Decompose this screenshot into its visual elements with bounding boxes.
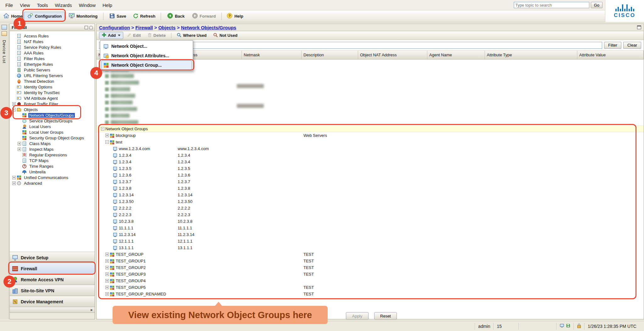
collapse-chevrons-icon[interactable]: » (90, 308, 92, 312)
table-row[interactable]: 1.2.3.4 1.2.3.4 (97, 152, 644, 159)
sidebar-tree-item[interactable]: Network Objects/Groups (17, 112, 95, 118)
row-expander-icon[interactable]: + (105, 279, 109, 283)
add-menu-item[interactable]: Network Object Group... (101, 60, 192, 70)
filter-button[interactable]: Filter (604, 42, 621, 49)
row-expander-icon[interactable]: + (105, 266, 109, 269)
search-go-button[interactable]: Go (591, 2, 602, 8)
table-row[interactable] (97, 93, 644, 99)
sidebar-tree-item[interactable]: + Botnet Traffic Filter (12, 101, 95, 107)
tree-expander-icon[interactable]: − (12, 108, 16, 111)
save-button[interactable]: Save (106, 12, 129, 21)
table-row[interactable]: + TEST_GROUP3 TEST (97, 271, 644, 278)
configuration-button[interactable]: Configuration (24, 12, 65, 21)
device-list-folder-icon[interactable] (2, 31, 7, 36)
maximize-icon[interactable] (637, 25, 641, 29)
reset-button[interactable]: Reset (374, 312, 397, 320)
row-expander-icon[interactable]: + (105, 259, 109, 263)
sidebar-tree-item[interactable]: Local User Groups (17, 129, 95, 135)
table-row[interactable]: 1.2.3.4 1.2.3.4 (97, 159, 644, 165)
tree-expander-icon[interactable]: + (12, 176, 16, 179)
table-row[interactable]: 1.2.3.50 1.2.3.50 (97, 198, 644, 205)
table-row[interactable]: − Network Object Groups (97, 126, 644, 132)
table-row[interactable]: 11.2.3.14 11.2.3.14 (97, 231, 644, 238)
delete-button[interactable]: Delete (145, 32, 169, 39)
table-row[interactable]: + TEST_GROUP2 TEST (97, 264, 644, 271)
sidebar-tree-item[interactable]: Umbrella (17, 169, 95, 175)
table-row[interactable] (97, 73, 644, 79)
sidebar-tree-item[interactable]: Local Users (17, 124, 95, 129)
table-row[interactable]: 1.2.3.6 1.2.3.6 (97, 172, 644, 178)
row-expander-icon[interactable]: + (105, 272, 109, 276)
table-row[interactable]: + TEST_GROUP1 TEST (97, 258, 644, 264)
sidebar-tree-item[interactable]: URL Filtering Servers (12, 73, 95, 78)
table-row[interactable]: 13.1.1.1 13.1.1.1 (97, 244, 644, 251)
row-expander-icon[interactable]: − (101, 127, 104, 131)
column-header[interactable]: Description (302, 51, 358, 59)
sidebar-tree-item[interactable]: Identity Options (12, 84, 95, 90)
table-row[interactable]: − test (97, 139, 644, 145)
menu-item[interactable]: Wizards (51, 3, 75, 8)
table-row[interactable]: www.1.2.3.4.com www.1.2.3.4.com (97, 145, 644, 152)
sidebar-tree-item[interactable]: Regular Expressions (17, 152, 95, 158)
row-expander-icon[interactable]: + (105, 134, 109, 137)
table-row[interactable]: 2.2.2.3 2.2.2.3 (97, 211, 644, 218)
sidebar-tree-item[interactable]: − Objects (12, 107, 95, 112)
add-button[interactable]: Add (99, 32, 123, 39)
column-header[interactable]: Netmask (242, 51, 302, 59)
table-row[interactable]: + TEST_GROUP_RENAMED TEST (97, 291, 644, 297)
where-used-button[interactable]: Where Used (174, 32, 209, 39)
table-row[interactable]: 1.2.3.7 1.2.3.7 (97, 178, 644, 185)
table-row[interactable]: 1.2.3.8 1.2.3.8 (97, 185, 644, 192)
sidebar-tree-item[interactable]: AAA Rules (12, 50, 95, 56)
topic-search-input[interactable] (514, 2, 589, 8)
table-row[interactable] (97, 119, 644, 126)
sidebar-tree-item[interactable]: Public Servers (12, 67, 95, 73)
nav-section-button[interactable]: Site-to-Site VPN (10, 285, 95, 296)
column-header[interactable]: Object NAT Address (358, 51, 427, 59)
column-header[interactable]: Attribute Value (577, 51, 644, 59)
column-header[interactable]: Attribute Type (485, 51, 577, 59)
breadcrumb-link[interactable]: Network Objects/Groups (181, 25, 236, 30)
column-header[interactable]: Agent Name (427, 51, 485, 59)
row-expander-icon[interactable]: + (105, 292, 109, 296)
breadcrumb-link[interactable]: Objects (158, 25, 181, 30)
sidebar-tree-item[interactable]: Service Policy Rules (12, 44, 95, 50)
tree-expander-icon[interactable]: + (18, 142, 21, 145)
table-row[interactable] (97, 79, 644, 86)
sidebar-tree-item[interactable]: VM Attribute Agent (12, 95, 95, 101)
menu-item[interactable]: Window (75, 3, 99, 8)
sidebar-tree-item[interactable]: NAT Rules (12, 39, 95, 44)
row-expander-icon[interactable]: − (105, 140, 109, 144)
apply-button[interactable]: Apply (346, 312, 369, 320)
table-row[interactable]: 2.2.2.2 2.2.2.2 (97, 205, 644, 211)
menu-item[interactable]: File (2, 3, 16, 8)
sidebar-tree-item[interactable]: Identity by TrustSec (12, 90, 95, 95)
refresh-button[interactable]: Refresh (130, 12, 158, 21)
add-menu-item[interactable]: Network Object Attributes... (101, 51, 192, 60)
nav-section-button[interactable]: Remote Access VPN (10, 274, 95, 285)
row-expander-icon[interactable]: + (105, 286, 109, 289)
sidebar-tree-item[interactable]: Service Objects/Groups (17, 118, 95, 124)
edit-button[interactable]: Edit (124, 32, 144, 39)
sidebar-tree-item[interactable]: Access Rules (12, 33, 95, 39)
sidebar-tree-item[interactable]: Threat Detection (12, 78, 95, 84)
add-menu-item[interactable]: Network Object... (101, 42, 192, 51)
menu-item[interactable]: View (16, 3, 33, 8)
forward-button[interactable]: Forward (189, 12, 219, 21)
sidebar-tree-item[interactable]: Security Group Object Groups (17, 135, 95, 141)
table-row[interactable]: 10.2.3.8 10.2.3.8 (97, 218, 644, 225)
device-list-monitor-icon[interactable] (2, 25, 7, 30)
sidebar-tree-item[interactable]: + Inspect Maps (17, 146, 95, 152)
help-button[interactable]: ? Help (224, 12, 246, 21)
row-expander-icon[interactable]: + (105, 253, 109, 256)
table-row[interactable]: + TEST_GROUP TEST (97, 251, 644, 258)
sidebar-tree-item[interactable]: Time Ranges (17, 163, 95, 169)
sidebar-tree-item[interactable]: Ethertype Rules (12, 61, 95, 67)
nav-section-button[interactable]: Firewall (10, 263, 95, 274)
table-row[interactable] (97, 99, 644, 106)
back-button[interactable]: Back (164, 12, 188, 21)
sidebar-tree-item[interactable]: + Class Maps (17, 141, 95, 146)
table-row[interactable]: 11.1.1.1 11.1.1.1 (97, 225, 644, 231)
table-row[interactable] (97, 106, 644, 112)
home-button[interactable]: Home (3, 12, 23, 21)
